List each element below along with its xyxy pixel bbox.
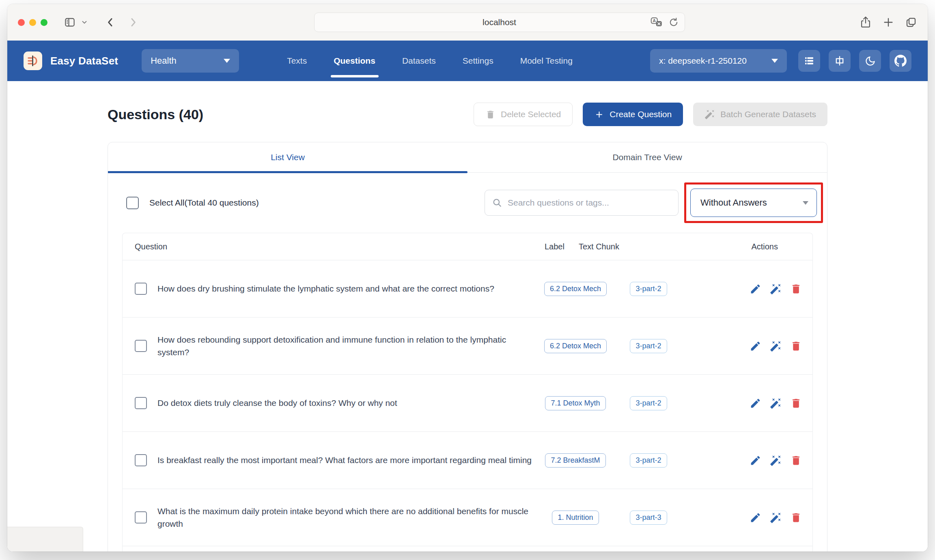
show-tabs-button[interactable] (905, 16, 917, 28)
table-body: How does dry brushing stimulate the lymp… (123, 260, 812, 551)
delete-selected-button[interactable]: Delete Selected (474, 103, 573, 126)
question-text: How does rebounding support detoxificati… (157, 333, 535, 359)
plus-icon (882, 16, 894, 28)
address-bar[interactable]: localhost A (314, 13, 685, 32)
edit-question-button[interactable] (750, 512, 761, 524)
reload-button[interactable] (668, 17, 679, 28)
forward-icon (127, 16, 139, 28)
table-row: What is the maximum daily protein intake… (123, 489, 812, 546)
delete-question-button[interactable] (790, 283, 802, 295)
answer-filter-value: Without Answers (700, 197, 767, 208)
row-actions (681, 455, 812, 466)
back-icon (104, 16, 116, 28)
row-checkbox[interactable] (135, 511, 147, 524)
translate-icon: A (651, 17, 663, 28)
filter-row: Select All(Total 40 questions) Without A… (108, 173, 827, 233)
generate-dataset-button[interactable] (770, 512, 782, 524)
create-question-button[interactable]: Create Question (583, 103, 683, 126)
row-actions (681, 397, 812, 409)
row-checkbox[interactable] (135, 283, 147, 295)
generate-dataset-button[interactable] (770, 340, 782, 352)
select-all-checkbox[interactable] (126, 197, 139, 209)
edit-icon (750, 397, 761, 409)
wand-icon (704, 109, 715, 120)
nav-item-texts[interactable]: Texts (287, 41, 307, 81)
row-checkbox[interactable] (135, 454, 147, 466)
row-actions (681, 283, 812, 295)
nav-item-settings[interactable]: Settings (463, 41, 493, 81)
generate-dataset-button[interactable] (770, 283, 782, 295)
language-toggle-button[interactable] (829, 50, 851, 72)
generate-dataset-button[interactable] (770, 455, 782, 466)
sidebar-menu-button[interactable] (81, 19, 88, 26)
close-window-button[interactable] (18, 19, 25, 26)
chunk-badge: 3-part-2 (630, 396, 667, 410)
dark-mode-button[interactable] (859, 50, 881, 72)
edit-icon (750, 340, 761, 352)
column-header-label: Label (545, 242, 564, 251)
row-checkbox[interactable] (135, 340, 147, 352)
edit-question-button[interactable] (750, 397, 761, 409)
zoom-window-button[interactable] (41, 19, 47, 26)
column-header-actions: Actions (751, 242, 800, 251)
row-actions (681, 512, 812, 524)
trash-icon (790, 283, 802, 295)
delete-question-button[interactable] (790, 340, 802, 352)
batch-generate-button[interactable]: Batch Generate Datasets (693, 103, 827, 126)
tab-domain-tree-view[interactable]: Domain Tree View (468, 142, 827, 172)
delete-question-button[interactable] (790, 512, 802, 524)
question-text: Do detox diets truly cleanse the body of… (157, 397, 535, 410)
table-row: How does dry brushing stimulate the lymp… (123, 260, 812, 318)
chevron-down-icon (803, 201, 808, 205)
sidebar-toggle-button[interactable] (64, 16, 76, 28)
delete-question-button[interactable] (790, 397, 802, 409)
header-icon-buttons (798, 50, 911, 72)
row-checkbox[interactable] (135, 397, 147, 409)
project-select-value: Health (151, 56, 177, 66)
back-button[interactable] (104, 16, 116, 28)
project-select[interactable]: Health (142, 49, 239, 73)
share-button[interactable] (860, 16, 872, 29)
forward-button[interactable] (127, 16, 139, 28)
search-input[interactable] (485, 190, 679, 216)
new-tab-button[interactable] (882, 16, 894, 28)
edit-question-button[interactable] (750, 283, 761, 295)
reload-icon (668, 17, 679, 28)
nav-item-model-testing[interactable]: Model Testing (520, 41, 573, 81)
svg-text:A: A (653, 18, 656, 23)
question-text: How does dry brushing stimulate the lymp… (157, 282, 535, 295)
translate-button[interactable]: A (651, 17, 663, 28)
page-title: Questions (40) (108, 107, 203, 122)
view-tabs: List View Domain Tree View (108, 142, 827, 173)
trash-icon (790, 340, 802, 352)
nav-item-questions[interactable]: Questions (334, 41, 375, 81)
edit-question-button[interactable] (750, 340, 761, 352)
questions-table: Question Label Text Chunk Actions How do… (122, 233, 813, 551)
label-badge: 6.2 Detox Mech (544, 282, 607, 296)
table-row: Why is excessive protein intake not bene… (123, 546, 812, 551)
edit-question-button[interactable] (750, 455, 761, 466)
column-header-text-chunk: Text Chunk (579, 242, 619, 251)
share-icon (860, 16, 872, 29)
batch-generate-label: Batch Generate Datasets (720, 109, 816, 119)
plus-icon (594, 109, 604, 120)
chunk-badge: 3-part-2 (630, 453, 667, 468)
github-button[interactable] (890, 50, 911, 72)
browser-toolbar: localhost A (7, 4, 928, 41)
minimize-window-button[interactable] (29, 19, 36, 26)
app-header: Easy DataSet Health Texts Questions Data… (7, 41, 928, 81)
tab-list-view[interactable]: List View (108, 142, 468, 172)
chevron-down-icon (771, 59, 778, 63)
task-list-button[interactable] (798, 50, 820, 72)
list-icon (804, 55, 815, 67)
wand-icon (770, 283, 782, 295)
nav-item-datasets[interactable]: Datasets (402, 41, 436, 81)
browser-status-bar (7, 527, 83, 551)
delete-question-button[interactable] (790, 455, 802, 466)
table-row: Do detox diets truly cleanse the body of… (123, 375, 812, 432)
answer-filter-select[interactable]: Without Answers (690, 189, 817, 217)
edit-icon (750, 283, 761, 295)
delete-selected-label: Delete Selected (501, 109, 561, 119)
generate-dataset-button[interactable] (770, 397, 782, 409)
model-select[interactable]: x: deepseek-r1-250120 (650, 49, 787, 73)
